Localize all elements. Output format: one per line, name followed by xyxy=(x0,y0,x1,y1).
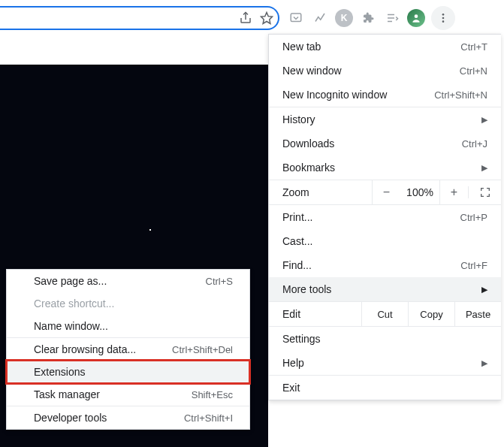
submenu-shortcut: Ctrl+Shift+I xyxy=(184,412,233,424)
menu-shortcut: Ctrl+T xyxy=(460,41,487,53)
submenu-extensions[interactable]: Extensions xyxy=(7,361,249,383)
kebab-menu-icon[interactable] xyxy=(431,6,455,30)
menu-find[interactable]: Find... Ctrl+F xyxy=(269,253,501,277)
menu-label: Downloads xyxy=(282,137,334,150)
submenu-label: Developer tools xyxy=(34,412,107,424)
zoom-out-button[interactable]: − xyxy=(372,180,400,204)
chevron-right-icon: ▶ xyxy=(481,115,487,125)
svg-point-2 xyxy=(415,14,418,18)
menu-help[interactable]: Help ▶ xyxy=(269,351,501,375)
toolbar-icons: K xyxy=(287,6,455,30)
menu-settings[interactable]: Settings xyxy=(269,327,501,351)
menu-zoom: Zoom − 100% + xyxy=(269,180,501,205)
menu-new-window[interactable]: New window Ctrl+N xyxy=(269,59,501,83)
submenu-shortcut: Ctrl+S xyxy=(206,276,233,287)
menu-label: Find... xyxy=(282,259,312,271)
menu-shortcut: Ctrl+Shift+N xyxy=(434,89,487,101)
profile-avatar[interactable] xyxy=(407,9,425,27)
analytics-icon[interactable] xyxy=(311,9,329,27)
submenu-label: Extensions xyxy=(34,366,85,378)
edit-copy-button[interactable]: Copy xyxy=(408,302,454,326)
menu-print[interactable]: Print... Ctrl+P xyxy=(269,205,501,229)
submenu-dev-tools[interactable]: Developer tools Ctrl+Shift+I xyxy=(7,406,249,429)
submenu-shortcut: Ctrl+Shift+Del xyxy=(172,344,233,355)
menu-label: Help xyxy=(282,357,304,369)
menu-new-tab[interactable]: New tab Ctrl+T xyxy=(269,35,501,59)
menu-label: Cast... xyxy=(282,235,312,247)
extensions-puzzle-icon[interactable] xyxy=(359,9,377,27)
k-badge-icon[interactable]: K xyxy=(335,9,353,27)
svg-point-3 xyxy=(442,14,445,16)
submenu-shortcut: Shift+Esc xyxy=(192,389,233,400)
zoom-in-button[interactable]: + xyxy=(439,180,468,204)
chevron-right-icon: ▶ xyxy=(481,163,487,173)
main-menu: New tab Ctrl+T New window Ctrl+N New Inc… xyxy=(268,34,501,400)
submenu-label: Create shortcut... xyxy=(34,297,114,310)
submenu-label: Save page as... xyxy=(34,275,107,287)
menu-bookmarks[interactable]: Bookmarks ▶ xyxy=(269,156,501,180)
edit-label: Edit xyxy=(269,308,361,320)
zoom-label: Zoom xyxy=(269,186,372,198)
fullscreen-button[interactable] xyxy=(468,186,501,198)
star-icon[interactable] xyxy=(260,11,273,25)
submenu-save-page[interactable]: Save page as... Ctrl+S xyxy=(7,270,249,292)
address-bar[interactable] xyxy=(0,6,279,30)
menu-label: New tab xyxy=(282,41,321,53)
share-icon[interactable] xyxy=(239,11,252,25)
menu-label: Print... xyxy=(282,211,312,223)
pocket-icon[interactable] xyxy=(287,9,305,27)
more-tools-submenu: Save page as... Ctrl+S Create shortcut..… xyxy=(6,269,250,430)
menu-history[interactable]: History ▶ xyxy=(269,107,501,131)
menu-shortcut: Ctrl+P xyxy=(460,212,487,223)
submenu-task-manager[interactable]: Task manager Shift+Esc xyxy=(7,383,249,406)
menu-shortcut: Ctrl+F xyxy=(460,260,487,271)
menu-label: Settings xyxy=(282,333,321,345)
menu-label: New window xyxy=(282,65,342,77)
submenu-label: Clear browsing data... xyxy=(34,343,136,355)
submenu-label: Task manager xyxy=(34,388,100,400)
menu-shortcut: Ctrl+J xyxy=(462,138,487,150)
menu-label: Exit xyxy=(282,382,300,394)
svg-point-5 xyxy=(442,20,445,23)
reading-list-icon[interactable] xyxy=(383,9,401,27)
chevron-right-icon: ▶ xyxy=(481,358,487,368)
submenu-create-shortcut: Create shortcut... xyxy=(7,292,249,315)
menu-edit: Edit Cut Copy Paste xyxy=(269,301,501,327)
menu-cast[interactable]: Cast... xyxy=(269,229,501,253)
menu-exit[interactable]: Exit xyxy=(269,376,501,400)
menu-label: More tools xyxy=(282,283,331,295)
menu-new-incognito[interactable]: New Incognito window Ctrl+Shift+N xyxy=(269,83,501,107)
edit-cut-button[interactable]: Cut xyxy=(361,302,408,326)
svg-point-4 xyxy=(442,17,445,20)
edit-paste-button[interactable]: Paste xyxy=(454,302,501,326)
menu-label: New Incognito window xyxy=(282,89,387,101)
submenu-clear-data[interactable]: Clear browsing data... Ctrl+Shift+Del xyxy=(7,338,249,361)
svg-marker-0 xyxy=(261,13,273,24)
menu-label: History xyxy=(282,113,315,125)
menu-shortcut: Ctrl+N xyxy=(460,65,487,77)
submenu-label: Name window... xyxy=(34,320,108,332)
svg-rect-1 xyxy=(291,14,301,22)
menu-label: Bookmarks xyxy=(282,162,335,174)
submenu-name-window[interactable]: Name window... xyxy=(7,315,249,337)
menu-downloads[interactable]: Downloads Ctrl+J xyxy=(269,131,501,156)
zoom-value: 100% xyxy=(400,186,439,198)
chevron-right-icon: ▶ xyxy=(481,285,487,294)
menu-more-tools[interactable]: More tools ▶ xyxy=(269,277,501,301)
